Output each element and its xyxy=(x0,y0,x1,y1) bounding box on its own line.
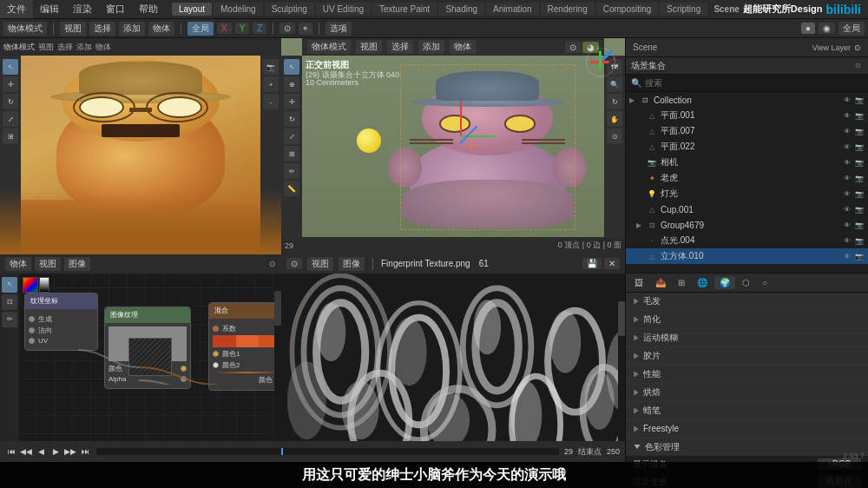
tab-texture-paint[interactable]: Texture Paint xyxy=(372,3,437,16)
tab-animation[interactable]: Animation xyxy=(486,3,538,16)
vp-select-btn[interactable]: 选择 xyxy=(387,40,413,54)
section-bake-header[interactable]: 烘焙 xyxy=(626,384,868,401)
vp-pan-btn[interactable]: ✋ xyxy=(607,111,622,127)
prop-tab-view-layer[interactable]: ⊞ xyxy=(673,276,690,289)
tab-scripting[interactable]: Scripting xyxy=(660,3,707,16)
z-constraint[interactable]: Z xyxy=(253,23,266,34)
zoom-out[interactable]: - xyxy=(263,94,279,109)
vp-view-btn2[interactable]: 视图 xyxy=(356,40,382,54)
visibility-render[interactable]: 📷 xyxy=(854,95,865,105)
outliner-item-point004[interactable]: · 点光.004 👁 📷 xyxy=(626,233,868,248)
eye-icon-4[interactable]: 👁 xyxy=(842,157,852,168)
select-menu[interactable]: 选择 xyxy=(89,22,115,36)
section-perf-header[interactable]: 性能 xyxy=(626,366,868,383)
prop-tab-render[interactable]: 🖼 xyxy=(629,276,648,289)
play-pause[interactable]: ▶ xyxy=(49,445,62,458)
outliner-item-camera[interactable]: 📷 相机 👁 📷 xyxy=(626,155,868,170)
outliner-item-cup001[interactable]: △ Cup.001 👁 📷 xyxy=(626,201,868,217)
vp-orbit-btn[interactable]: ↻ xyxy=(607,94,622,109)
render-icon[interactable]: 📷 xyxy=(854,110,865,121)
tab-modeling[interactable]: Modeling xyxy=(214,3,263,16)
eye-icon-8[interactable]: 👁 xyxy=(842,220,852,230)
snap-btn[interactable]: ⌖ xyxy=(299,23,312,35)
tab-rendering[interactable]: Rendering xyxy=(541,3,595,16)
menu-render[interactable]: 渲染 xyxy=(66,0,99,18)
scale-tool[interactable]: ⤢ xyxy=(3,111,18,127)
eye-icon-2[interactable]: 👁 xyxy=(842,126,852,136)
vp-fly-btn[interactable]: ⊙ xyxy=(607,129,622,144)
render-icon-10[interactable]: 📷 xyxy=(854,251,865,261)
eye-icon-10[interactable]: 👁 xyxy=(842,251,852,261)
eye-icon[interactable]: 👁 xyxy=(842,110,852,121)
section-cm-header[interactable]: 色彩管理 xyxy=(626,439,868,456)
vp-scale-tool[interactable]: ⤢ xyxy=(284,129,299,144)
add-menu[interactable]: 添加 xyxy=(119,22,145,36)
render-icon-4[interactable]: 📷 xyxy=(854,157,865,168)
viewport-shading-solid[interactable]: ● xyxy=(801,23,815,34)
outliner-item-plane022[interactable]: △ 平面.022 👁 📷 xyxy=(626,139,868,155)
eye-icon-9[interactable]: 👁 xyxy=(842,235,852,246)
outliner-item-light[interactable]: 💡 灯光 👁 📷 xyxy=(626,186,868,201)
iv-close-btn[interactable]: ✕ xyxy=(604,258,620,269)
render-icon-8[interactable]: 📷 xyxy=(854,220,865,230)
select-tool[interactable]: ↖ xyxy=(3,59,18,75)
outliner-item-collection-root[interactable]: ▶ ⊡ Collection 👁 📷 xyxy=(626,92,868,108)
vp-annotate-tool[interactable]: ✏ xyxy=(284,163,299,179)
section-hair-header[interactable]: 毛发 xyxy=(626,293,868,310)
play-prev-frame[interactable]: ◀◀ xyxy=(20,445,32,458)
tab-sculpting[interactable]: Sculpting xyxy=(265,3,314,16)
visibility-eye[interactable]: 👁 xyxy=(842,95,852,105)
mode-dropdown[interactable]: 物体模式 xyxy=(3,22,47,36)
iv-image-btn[interactable]: 图像 xyxy=(339,257,365,271)
eye-icon-3[interactable]: 👁 xyxy=(842,142,852,152)
search-input[interactable] xyxy=(645,78,863,88)
tab-shading[interactable]: Shading xyxy=(438,3,484,16)
menu-file[interactable]: 文件 xyxy=(0,0,33,18)
iv-object-btn[interactable]: ⊙ xyxy=(286,258,302,269)
navigation-gizmo[interactable]: X Y Z xyxy=(583,45,618,80)
section-grease-header[interactable]: 蜡笔 xyxy=(626,402,868,419)
viewport-3d[interactable]: ↖ ⊕ ✛ ↻ ⤢ ⊞ ✏ 📏 🗺 🔍 ↻ ✋ ⊙ xyxy=(281,38,625,254)
render-icon-7[interactable]: 📷 xyxy=(854,204,865,214)
play-first-frame[interactable]: ⏮ xyxy=(5,445,17,458)
vp-object-btn[interactable]: 物体 xyxy=(450,40,476,54)
play-next[interactable]: ▶▶ xyxy=(64,445,76,458)
prop-tab-output[interactable]: 📤 xyxy=(650,276,671,289)
menu-window[interactable]: 窗口 xyxy=(99,0,132,18)
vp-rotate-tool[interactable]: ↻ xyxy=(284,111,299,127)
section-simplify-header[interactable]: 简化 xyxy=(626,311,868,328)
play-last-frame[interactable]: ⏭ xyxy=(79,445,91,458)
transform-tool[interactable]: ⊞ xyxy=(3,129,18,144)
ne-object-btn[interactable]: 物体 xyxy=(5,257,31,271)
outliner-filter[interactable]: ⊙ xyxy=(852,61,863,71)
vp-add-btn[interactable]: 添加 xyxy=(418,40,444,54)
render-icon-5[interactable]: 📷 xyxy=(854,173,865,183)
ne-mode-select[interactable]: ⊙ xyxy=(269,260,276,268)
menu-edit[interactable]: 编辑 xyxy=(33,0,66,18)
vp-move-tool[interactable]: ✛ xyxy=(284,94,299,109)
section-mb-header[interactable]: 运动模糊 xyxy=(626,329,868,346)
x-constraint[interactable]: X xyxy=(217,23,232,34)
overlay-btn[interactable]: ⊙ xyxy=(565,42,581,53)
eye-icon-5[interactable]: 👁 xyxy=(842,173,852,183)
tab-compositing[interactable]: Compositing xyxy=(596,3,659,16)
global-btn[interactable]: 全局 xyxy=(187,22,214,36)
render-view-btn[interactable]: 视图 xyxy=(38,42,54,53)
proportional-edit[interactable]: ⊙ xyxy=(279,23,295,34)
render-object-btn[interactable]: 物体 xyxy=(95,42,111,53)
zoom-in[interactable]: + xyxy=(263,76,279,92)
node-texture-coord[interactable]: 纹理坐标 生成 法向 UV xyxy=(24,293,98,351)
vp-mode-btn[interactable]: 物体模式 xyxy=(307,40,351,54)
play-prev[interactable]: ◀ xyxy=(35,445,47,458)
section-freestyle-header[interactable]: Freestyle xyxy=(626,420,868,438)
ne-select-tool[interactable]: ↖ xyxy=(2,277,17,293)
eye-icon-6[interactable]: 👁 xyxy=(842,188,852,199)
prop-tab-world[interactable]: 🌍 xyxy=(714,276,735,289)
prop-tab-scene[interactable]: 🌐 xyxy=(692,276,713,289)
global-select[interactable]: 选项 xyxy=(326,22,352,36)
node-mix[interactable]: 混合 系数 颜色1 颜色2 颜色 xyxy=(208,302,281,391)
render-select-btn[interactable]: 选择 xyxy=(57,42,73,53)
render-icon-6[interactable]: 📷 xyxy=(854,188,865,199)
vp-select-tool[interactable]: ↖ xyxy=(284,59,299,75)
outliner-item-plane007[interactable]: △ 平面.007 👁 📷 xyxy=(626,123,868,139)
